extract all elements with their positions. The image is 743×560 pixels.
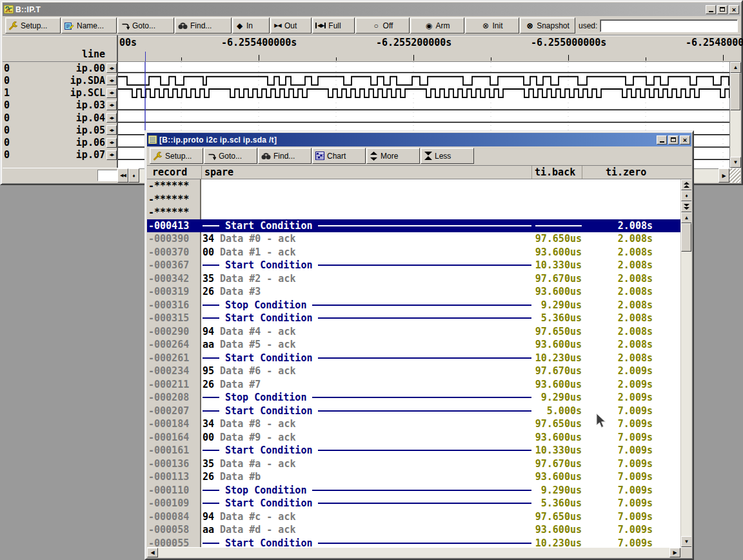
trace-row[interactable]: -000109Start Condition5.360us7.009s	[147, 497, 691, 510]
minimize-button[interactable]	[657, 135, 667, 145]
toolbar-button-full[interactable]: ◀▶Full	[312, 17, 355, 34]
scroll-down-icon[interactable]: ▼	[681, 536, 691, 547]
data-hex: 35	[203, 457, 214, 471]
signal-scroll-arrows[interactable]: ◀▶	[106, 75, 117, 85]
toolbar-button-chart[interactable]: Chart	[312, 148, 366, 164]
scroll-right-icon[interactable]: ▶	[669, 548, 680, 557]
column-header-ti-back[interactable]: ti.back	[531, 166, 582, 179]
trace-row[interactable]: -000055Start Condition10.230us7.009s	[147, 537, 691, 548]
trace-row[interactable]: -******	[147, 206, 691, 219]
record-cell: -000113	[147, 470, 201, 484]
vscroll-track[interactable]	[730, 110, 740, 157]
signal-row[interactable]: 0ip.03◀▶	[3, 99, 117, 112]
trace-row[interactable]: -00037000Data #1 - ack93.600us2.008s	[147, 246, 691, 259]
trace-window-titlebar[interactable]: B::IP.T ×	[3, 3, 740, 16]
trace-row[interactable]: -000208Stop Condition9.290us2.009s	[147, 391, 691, 405]
scroll-double-up-icon[interactable]	[681, 179, 691, 190]
toolbar-button-find[interactable]: Find...	[258, 148, 312, 164]
trace-row[interactable]: -000264aaData #5 - ack93.600us2.008s	[147, 338, 691, 352]
column-header-spare[interactable]: spare	[201, 166, 531, 179]
toolbar-button-less[interactable]: Less	[421, 148, 474, 164]
trace-row[interactable]: -00034235Data #2 - ack97.670us2.008s	[147, 272, 691, 286]
signal-scroll-arrows[interactable]: ◀▶	[106, 88, 117, 98]
toolbar-button-more[interactable]: More	[366, 148, 420, 164]
spare-cell: aaData #d - ack	[201, 523, 531, 537]
used-field[interactable]	[600, 19, 738, 32]
trace-row[interactable]: -000261Start Condition10.230us2.008s	[147, 352, 691, 365]
scroll-right-icon[interactable]: ▶	[718, 168, 729, 183]
trace-row[interactable]: -00008494Data #c - ack97.650us7.009s	[147, 510, 691, 524]
hscroll-track[interactable]	[158, 548, 669, 557]
protocol-vscrollbar[interactable]: ♦ ▲ ▼	[680, 179, 691, 547]
scroll-diamond-icon[interactable]: ♦	[128, 168, 139, 183]
toolbar-button-in[interactable]: ◆In	[232, 17, 270, 34]
signal-row[interactable]: 1ip.SCL◀▶	[3, 87, 117, 99]
signal-scroll-arrows[interactable]: ◀▶	[106, 125, 117, 135]
scroll-diamond-icon[interactable]: ♦	[681, 190, 691, 201]
scroll-up-icon[interactable]: ▲	[681, 212, 691, 223]
toolbar-button-goto[interactable]: Goto...	[117, 17, 174, 34]
signal-row[interactable]: 0ip.00◀▶	[3, 62, 117, 74]
trace-row[interactable]: -000058aaData #d - ack93.600us7.009s	[147, 523, 691, 537]
signal-row[interactable]: 0ip.04◀▶	[3, 112, 117, 124]
vscroll-track[interactable]	[681, 252, 691, 536]
toolbar-button-init[interactable]: ⊗Init	[465, 17, 519, 34]
signal-scroll-arrows[interactable]: ◀▶	[106, 63, 117, 73]
trace-row[interactable]: -00016400Data #9 - ack93.600us7.009s	[147, 431, 691, 445]
protocol-hscrollbar[interactable]: ◀ ▶	[147, 547, 691, 557]
scroll-up-icon[interactable]: ▲	[730, 62, 741, 73]
column-header-record[interactable]: record	[147, 166, 201, 179]
trace-row[interactable]: -00031926Data #393.600us2.008s	[147, 285, 691, 299]
signal-row[interactable]: 0ip.07◀▶	[3, 149, 117, 161]
vscroll-thumb[interactable]	[730, 73, 740, 110]
trace-row[interactable]: -000110Stop Condition9.290us7.009s	[147, 484, 691, 497]
trace-row[interactable]: -000315Start Condition5.360us2.008s	[147, 312, 691, 325]
minimize-button[interactable]	[706, 5, 716, 14]
trace-row[interactable]: -00029094Data #4 - ack97.650us2.008s	[147, 325, 691, 339]
close-button[interactable]: ×	[729, 5, 739, 14]
signal-scroll-arrows[interactable]: ◀▶	[106, 113, 117, 123]
trace-row[interactable]: -000413Start Condition2.008s	[147, 219, 691, 233]
signal-scroll-arrows[interactable]: ◀▶	[106, 101, 117, 110]
protocol-window-titlebar[interactable]: [B::ip.proto i2c ip.scl ip.sda /t] ×	[147, 133, 691, 146]
trace-row[interactable]: -000316Stop Condition9.290us2.008s	[147, 299, 691, 312]
name-scroll-field[interactable]	[97, 170, 117, 181]
ti-back-cell: 5.360us	[531, 497, 582, 510]
toolbar-button-name[interactable]: Name...	[61, 17, 117, 34]
maximize-button[interactable]	[717, 5, 728, 14]
scroll-double-down-icon[interactable]	[681, 201, 691, 212]
main-vscrollbar[interactable]: ▲ ▼	[729, 62, 740, 168]
trace-row[interactable]: -******	[147, 179, 691, 193]
scroll-double-left-icon[interactable]: ◀◀	[117, 168, 128, 183]
toolbar-button-out[interactable]: ▶◀Out	[270, 17, 312, 34]
resize-grip[interactable]	[729, 168, 740, 183]
trace-row[interactable]: -00023495Data #6 - ack97.670us2.009s	[147, 365, 691, 378]
signal-scroll-arrows[interactable]: ◀▶	[106, 138, 117, 148]
signal-row[interactable]: 0ip.06◀▶	[3, 137, 117, 149]
column-header-ti-zero[interactable]: ti.zero	[582, 166, 653, 179]
toolbar-button-snapshot[interactable]: ⊗Snapshot	[520, 17, 575, 34]
toolbar-button-off[interactable]: ○Off	[355, 17, 410, 34]
trace-row[interactable]: -00039034Data #0 - ack97.650us2.008s	[147, 232, 691, 246]
signal-scroll-arrows[interactable]: ◀▶	[106, 150, 117, 160]
signal-row[interactable]: 0ip.SDA◀▶	[3, 74, 117, 86]
signal-row[interactable]: 0ip.05◀▶	[3, 124, 117, 136]
close-button[interactable]: ×	[680, 135, 690, 145]
trace-row[interactable]: -00018434Data #8 - ack97.650us7.009s	[147, 417, 691, 431]
vscroll-thumb[interactable]	[681, 223, 691, 252]
maximize-button[interactable]	[668, 135, 679, 145]
trace-row[interactable]: -******	[147, 193, 691, 206]
trace-row[interactable]: -000161Start Condition10.330us7.009s	[147, 444, 691, 457]
trace-row[interactable]: -00013635Data #a - ack97.670us7.009s	[147, 457, 691, 471]
toolbar-button-setup[interactable]: Setup...	[5, 17, 61, 34]
scroll-left-icon[interactable]: ◀	[147, 548, 158, 557]
toolbar-button-arm[interactable]: ◉Arm	[410, 17, 464, 34]
toolbar-button-goto[interactable]: Goto...	[204, 148, 257, 164]
scroll-down-icon[interactable]: ▼	[730, 157, 741, 168]
trace-row[interactable]: -00021126Data #793.600us2.009s	[147, 378, 691, 392]
toolbar-button-setup[interactable]: Setup...	[150, 148, 203, 164]
trace-row[interactable]: -000367Start Condition10.330us2.008s	[147, 259, 691, 272]
trace-row[interactable]: -000207Start Condition5.000s7.009s	[147, 405, 691, 418]
trace-row[interactable]: -00011326Data #b93.600us7.009s	[147, 470, 691, 484]
toolbar-button-find[interactable]: Find...	[175, 17, 232, 34]
